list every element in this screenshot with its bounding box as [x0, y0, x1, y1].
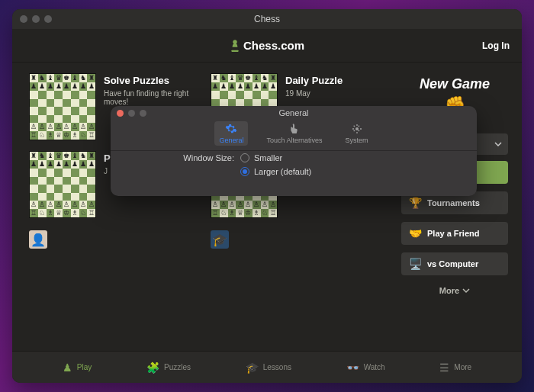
nav-label: More [454, 363, 471, 371]
nav-more[interactable]: ☰ More [439, 361, 471, 374]
card-subtitle: 19 May [285, 89, 343, 98]
vs-computer-button[interactable]: 🖥️ vs Computer [401, 252, 508, 275]
chevron-down-icon [462, 287, 470, 294]
binoculars-icon: 👓 [346, 361, 359, 374]
card-subtitle: Have fun finding the right moves! [104, 89, 198, 106]
svg-point-1 [355, 127, 359, 130]
card-subtitle: J [104, 167, 111, 175]
new-game-heading: New Game [401, 76, 508, 92]
titlebar: Chess [12, 9, 522, 29]
puzzle-icon: 🧩 [146, 361, 159, 374]
app-window: Chess Chess.com Log In ♜♞♝♛♚♝♞♜♟♟♟♟♟♟♟♟♙… [12, 9, 522, 383]
nav-label: Lessons [263, 363, 291, 371]
touch-icon [288, 123, 301, 135]
window-size-smaller-option[interactable]: Smaller [240, 153, 477, 162]
more-label: More [439, 286, 459, 295]
system-icon [351, 123, 363, 135]
more-link[interactable]: More [401, 286, 508, 295]
pawn-icon [230, 39, 240, 53]
chessboard-thumb: ♜♞♝♛♚♝♞♜♟♟♟♟♟♟♟♟♙♙♙♙♙♙♙♙♖♘♗♕♔♗♘♖ [29, 73, 96, 140]
chevron-down-icon [494, 140, 502, 148]
preferences-window: General General Touch Alternatives Syste… [111, 106, 477, 196]
prefs-tab-touch[interactable]: Touch Alternatives [262, 121, 327, 146]
monitor-icon: 🖥️ [409, 258, 421, 270]
handshake-icon: 🤝 [409, 227, 421, 239]
menu-icon: ☰ [439, 361, 449, 374]
svg-rect-0 [231, 50, 238, 51]
login-button[interactable]: Log In [482, 40, 510, 51]
brand-text: Chess.com [243, 39, 304, 52]
nav-play[interactable]: ♟ Play [63, 361, 92, 374]
nav-label: Watch [364, 363, 385, 371]
radio-checked-icon [240, 167, 249, 176]
nav-watch[interactable]: 👓 Watch [346, 361, 385, 374]
tab-label: Touch Alternatives [266, 137, 322, 144]
prefs-tabs: General Touch Alternatives System [111, 121, 477, 151]
avatar: 🎓 [211, 230, 229, 249]
play-friend-button[interactable]: 🤝 Play a Friend [401, 222, 508, 245]
graduation-icon: 🎓 [246, 361, 259, 374]
chessboard-thumb: ♜♞♝♛♚♝♞♜♟♟♟♟♟♟♟♟♙♙♙♙♙♙♙♙♖♘♗♕♔♗♘♖ [29, 151, 96, 218]
tab-label: General [219, 137, 243, 144]
avatar: 👤 [29, 230, 47, 249]
nav-lessons[interactable]: 🎓 Lessons [246, 361, 291, 374]
header-bar: Chess.com Log In [12, 29, 522, 63]
card-title: Daily Puzzle [285, 75, 343, 86]
option-label: Larger (default) [254, 167, 311, 176]
radio-unchecked-icon [240, 153, 249, 162]
bottom-nav: ♟ Play 🧩 Puzzles 🎓 Lessons 👓 Watch ☰ Mor… [12, 351, 522, 383]
nav-label: Puzzles [164, 363, 191, 371]
window-title: Chess [12, 14, 522, 24]
gear-icon [225, 123, 237, 135]
window-size-larger-option[interactable]: Larger (default) [240, 167, 477, 176]
prefs-tab-general[interactable]: General [214, 121, 248, 146]
prefs-title: General [111, 106, 477, 120]
button-label: Play a Friend [427, 229, 479, 238]
prefs-tab-system[interactable]: System [341, 121, 373, 146]
button-label: Tournaments [427, 198, 480, 207]
button-label: vs Computer [427, 259, 478, 268]
trophy-icon: 🏆 [409, 197, 421, 209]
option-label: Smaller [254, 153, 282, 162]
tab-label: System [346, 137, 368, 144]
window-size-label: Window Size: [111, 153, 240, 162]
pawn-icon: ♟ [63, 361, 72, 374]
card-title: Solve Puzzles [104, 75, 198, 86]
card-title: P [104, 153, 111, 164]
nav-label: Play [77, 363, 92, 371]
nav-puzzles[interactable]: 🧩 Puzzles [146, 361, 191, 374]
brand-logo[interactable]: Chess.com [230, 39, 304, 53]
